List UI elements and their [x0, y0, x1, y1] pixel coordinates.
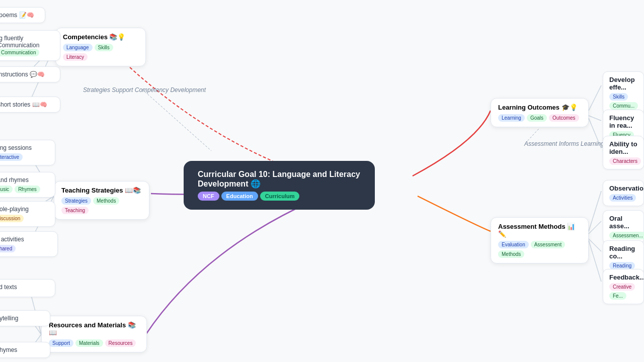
tag-discussion: Discussion — [0, 215, 24, 222]
role-label: d role-playing — [0, 206, 48, 213]
tag-methods-assessment: Methods — [498, 250, 524, 258]
oral-title: Oral asse... — [609, 215, 637, 230]
svg-line-11 — [589, 116, 601, 121]
poems-text: and poems 📝🧠 — [0, 12, 34, 19]
tag-resources: Resources — [105, 339, 136, 347]
fluency-title: Fluency in rea... — [609, 114, 637, 129]
activities-label: ng activities — [0, 236, 50, 243]
assessment-tags: Evaluation Assessment Methods — [498, 241, 581, 258]
resources-title: Resources and Materials 📚📖 — [49, 321, 139, 336]
tag-teaching: Teaching — [61, 207, 89, 214]
svg-line-17 — [142, 89, 211, 151]
tag-goals: Goals — [527, 114, 547, 122]
activities-item: ng activities Shared — [0, 231, 58, 257]
tag-evaluation: Evaluation — [498, 241, 529, 248]
center-tags: NCF Education Curriculum — [198, 192, 361, 201]
center-title: Curricular Goal 10: Language and Literac… — [198, 170, 361, 189]
tag-comm-right: Commu... — [609, 102, 638, 110]
tag-materials: Materials — [75, 339, 103, 347]
tag-interactive: Interactive — [0, 153, 23, 161]
tag-activities: Activities — [609, 194, 636, 202]
mindmap-canvas: Curricular Goal 10: Language and Literac… — [0, 0, 644, 362]
tag-fe: Fe... — [609, 292, 626, 300]
nursery-rhymes-item: d rhymes — [0, 342, 50, 358]
tag-creative: Creative — [609, 283, 635, 291]
fluently-text: Ig fluently Communication — [0, 35, 53, 49]
poems-item: and poems 📝🧠 — [0, 7, 45, 23]
learning-node[interactable]: Learning Outcomes 🎓💡 Learning Goals Outc… — [491, 98, 589, 127]
feedback-title: Feedback... — [609, 274, 637, 281]
fluently-item: Ig fluently Communication Communication — [0, 30, 60, 61]
svg-line-10 — [589, 85, 601, 111]
storytelling-label: torytelling — [0, 315, 43, 322]
tag-shared: Shared — [0, 245, 16, 252]
instructions-text: instructions 💬🧠 — [0, 71, 45, 78]
tag-assess-oral: Assessmen... — [609, 232, 644, 239]
tag-education: Education — [221, 192, 258, 201]
observations-item: Observatio... Activities — [603, 180, 644, 206]
tag-reading-comp: Reading — [609, 262, 635, 269]
songs-rhymes-item: s and rhymes Music Rhymes — [0, 172, 55, 198]
short-stories-text: short stories 📖🧠 — [0, 101, 47, 108]
tag-rhymes2: Rhymes — [15, 186, 40, 193]
svg-line-13 — [589, 191, 601, 231]
assessment-title: Assessment Methods 📊✏️ — [498, 223, 581, 238]
spelling-label: elling sessions — [0, 144, 48, 151]
spelling-sessions-item: elling sessions Interactive — [0, 140, 55, 165]
tag-literacy: Literacy — [63, 53, 88, 61]
songs-label: s and rhymes — [0, 176, 48, 184]
learning-tags: Learning Goals Outcomes — [498, 114, 581, 122]
develop-title: Develop effe... — [609, 76, 637, 91]
assessment-node[interactable]: Assessment Methods 📊✏️ Evaluation Assess… — [491, 217, 589, 263]
nursery-label: d rhymes — [0, 346, 43, 353]
competencies-node[interactable]: Competencies 📚💡 Language Skills Literacy — [55, 28, 146, 66]
ability-title: Ability to iden... — [609, 140, 637, 155]
feedback-item: Feedback... Creative Fe... — [603, 269, 644, 304]
develop-effective-item: Develop effe... Skills Commu... — [603, 71, 644, 114]
teaching-title: Teaching Strategies 📖📚 — [61, 187, 142, 194]
competencies-title: Competencies 📚💡 — [63, 33, 138, 41]
tag-learning: Learning — [498, 114, 525, 122]
strategy-label: Strategies Support Competency Developmen… — [83, 86, 206, 94]
tag-outcomes: Outcomes — [549, 114, 579, 122]
tag-curriculum: Curriculum — [260, 192, 300, 201]
teaching-tags: Strategies Methods Teaching — [61, 197, 142, 214]
short-stories-item: short stories 📖🧠 — [0, 97, 60, 113]
tag-support: Support — [49, 339, 73, 347]
tag-characters: Characters — [609, 157, 641, 165]
resources-node[interactable]: Resources and Materials 📚📖 Support Mater… — [41, 316, 147, 352]
competencies-tags: Language Skills Literacy — [63, 44, 138, 61]
reading-title: Reading co... — [609, 245, 637, 260]
storytelling-item: torytelling — [0, 310, 50, 326]
tag-strategies: Strategies — [61, 197, 91, 205]
teaching-node[interactable]: Teaching Strategies 📖📚 Strategies Method… — [54, 181, 149, 220]
tag-skills-right: Skills — [609, 93, 628, 101]
tag-communication: Communication — [0, 49, 39, 56]
stories-texts-item: and texts — [0, 279, 55, 297]
center-node[interactable]: Curricular Goal 10: Language and Literac… — [184, 161, 375, 210]
ability-item: Ability to iden... Characters — [603, 136, 644, 169]
svg-line-15 — [589, 239, 601, 251]
tag-ncf: NCF — [198, 192, 219, 201]
oral-item: Oral asse... Assessmen... — [603, 210, 644, 244]
instructions-item: instructions 💬🧠 — [0, 66, 60, 82]
tag-assessment: Assessment — [531, 241, 565, 248]
resources-tags: Support Materials Resources — [49, 339, 139, 347]
role-playing-item: d role-playing Discussion — [0, 201, 55, 227]
tag-skills: Skills — [95, 44, 113, 51]
observations-title: Observatio... — [609, 185, 637, 192]
learning-title: Learning Outcomes 🎓💡 — [498, 104, 581, 111]
tag-methods: Methods — [93, 197, 119, 205]
tag-language: Language — [63, 44, 93, 51]
stories-label: and texts — [0, 284, 48, 291]
svg-line-14 — [589, 221, 601, 234]
svg-line-16 — [589, 240, 601, 282]
tag-rhymes: Music — [0, 186, 13, 193]
